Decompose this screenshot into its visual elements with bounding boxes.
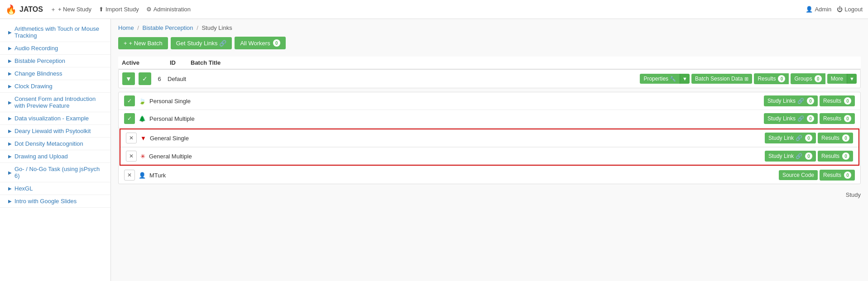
all-workers-badge: 0 xyxy=(273,39,280,47)
worker-title-mturk: MTurk xyxy=(149,172,166,179)
study-label-area: Study xyxy=(118,191,861,198)
default-batch-title: Default xyxy=(168,76,186,82)
tree-icon: 🌲 xyxy=(139,115,146,122)
chevron-right-icon: ▶ xyxy=(8,141,12,146)
worker-title-personal-single: Personal Single xyxy=(149,98,191,105)
active-x-mturk[interactable]: ✕ xyxy=(124,170,135,181)
chevron-right-icon: ▶ xyxy=(8,170,12,175)
chevron-right-icon: ▶ xyxy=(8,100,12,105)
toggle-check-button[interactable]: ✓ xyxy=(139,72,151,85)
sidebar-item-datavis[interactable]: ▶ Data visualization - Example xyxy=(0,112,110,125)
sidebar-item-change-blindness[interactable]: ▶ Change Blindness xyxy=(0,67,110,80)
groups-button[interactable]: Groups 0 xyxy=(791,73,825,84)
results-badge-mturk: 0 xyxy=(844,171,851,179)
sidebar-item-intro-google[interactable]: ▶ Intro with Google Slides xyxy=(0,195,110,208)
get-study-links-button[interactable]: Get Study Links 🔗 xyxy=(171,37,232,49)
results-mturk[interactable]: Results 0 xyxy=(820,170,855,181)
flame-icon: 🔥 xyxy=(5,4,17,15)
link-icon: 🔗 xyxy=(797,98,804,104)
active-x-general-multiple[interactable]: ✕ xyxy=(126,151,137,162)
administration-link[interactable]: ⚙ Administration xyxy=(146,6,191,13)
toolbar: + + New Batch Get Study Links 🔗 All Work… xyxy=(118,37,861,49)
default-batch-right: Properties 🔧 ▼ Batch Session Data ⊞ Resu… xyxy=(640,73,857,84)
results-personal-multiple[interactable]: Results 0 xyxy=(820,113,855,124)
results-badge-personal-single: 0 xyxy=(844,97,851,105)
sidebar-item-consent[interactable]: ▶ Consent Form and Introduction with Pre… xyxy=(0,93,110,112)
results-personal-single[interactable]: Results 0 xyxy=(820,95,855,106)
default-batch-left: ▼ ✓ 6 Default xyxy=(122,72,186,85)
sidebar-item-clock-drawing[interactable]: ▶ Clock Drawing xyxy=(0,80,110,93)
plus-icon: + xyxy=(124,40,127,47)
import-study-link[interactable]: ⬆ Import Study xyxy=(99,6,139,13)
more-button[interactable]: More xyxy=(827,74,847,84)
study-label: Study xyxy=(846,191,861,198)
results-general-single[interactable]: Results 0 xyxy=(818,133,853,143)
upload-icon: ⬆ xyxy=(99,6,104,13)
main-layout: ▶ Arithmetics with Touch or Mouse Tracki… xyxy=(0,19,868,281)
sidebar-item-drawing[interactable]: ▶ Drawing and Upload xyxy=(0,150,110,163)
default-batch-row: ▼ ✓ 6 Default Properties 🔧 ▼ Batch Sessi… xyxy=(118,69,861,88)
breadcrumb: Home / Bistable Perception / Study Links xyxy=(118,24,861,31)
active-check-personal-single[interactable]: ✓ xyxy=(124,95,135,106)
study-link-general-multiple[interactable]: Study Link 🔗 0 xyxy=(765,151,816,162)
workers-section: ✓ 🍃 Personal Single Study Links 🔗 0 Resu… xyxy=(118,92,861,184)
more-caret-button[interactable]: ▼ xyxy=(847,74,857,84)
sidebar-item-dot-density[interactable]: ▶ Dot Density Metacognition xyxy=(0,138,110,150)
new-study-link[interactable]: ＋ + New Study xyxy=(50,5,91,14)
active-check-personal-multiple[interactable]: ✓ xyxy=(124,113,135,124)
worker-row-general-multiple: ✕ ✳ General Multiple Study Link 🔗 0 Resu… xyxy=(120,147,858,165)
chevron-right-icon: ▶ xyxy=(8,58,12,63)
logout-link[interactable]: ⏻ Logout xyxy=(837,6,863,13)
breadcrumb-study[interactable]: Bistable Perception xyxy=(143,24,193,31)
more-split-btn: More ▼ xyxy=(827,74,857,84)
link-icon: 🔗 xyxy=(219,40,226,47)
admin-user-link[interactable]: 👤 Admin xyxy=(806,6,831,13)
new-batch-button[interactable]: + + New Batch xyxy=(118,37,168,49)
groups-badge: 0 xyxy=(815,75,822,82)
brand[interactable]: 🔥 JATOS xyxy=(5,4,43,15)
sidebar-item-bistable[interactable]: ▶ Bistable Perception xyxy=(0,55,110,67)
active-x-general-single[interactable]: ✕ xyxy=(126,133,137,143)
chevron-right-icon: ▶ xyxy=(8,199,12,204)
all-workers-button[interactable]: All Workers 0 xyxy=(235,37,285,49)
sidebar-item-audio[interactable]: ▶ Audio Recording xyxy=(0,42,110,55)
worker-row-personal-multiple: ✓ 🌲 Personal Multiple Study Links 🔗 0 Re… xyxy=(119,110,860,128)
sidebar-item-arithmetics[interactable]: ▶ Arithmetics with Touch or Mouse Tracki… xyxy=(0,23,110,42)
link-icon: 🔗 xyxy=(797,115,804,122)
study-links-personal-single[interactable]: Study Links 🔗 0 xyxy=(764,95,818,106)
filter-icon: ▼ xyxy=(140,135,146,142)
chevron-right-icon: ▶ xyxy=(8,71,12,76)
source-code-mturk[interactable]: Source Code xyxy=(779,170,818,180)
worker-right-personal-multiple: Study Links 🔗 0 Results 0 xyxy=(764,113,855,124)
results-badge-personal-multiple: 0 xyxy=(844,115,851,122)
results-general-multiple[interactable]: Results 0 xyxy=(818,151,853,162)
sidebar-item-hexgl[interactable]: ▶ HexGL xyxy=(0,182,110,195)
study-link-general-single[interactable]: Study Link 🔗 0 xyxy=(765,133,816,143)
leaf-icon: 🍃 xyxy=(139,98,146,105)
brand-label: JATOS xyxy=(19,5,43,14)
worker-title-general-multiple: General Multiple xyxy=(149,153,192,160)
properties-button[interactable]: Properties 🔧 xyxy=(640,74,680,84)
breadcrumb-home[interactable]: Home xyxy=(118,24,134,31)
plus-icon: ＋ xyxy=(50,5,56,14)
wrench-icon: 🔧 xyxy=(670,76,676,82)
default-batch-id: 6 xyxy=(155,76,164,82)
table-header: Active ID Batch Title xyxy=(118,57,861,69)
worker-right-general-multiple: Study Link 🔗 0 Results 0 xyxy=(765,151,853,162)
sidebar-item-deary[interactable]: ▶ Deary Liewald with Psytoolkit xyxy=(0,125,110,138)
worker-right-general-single: Study Link 🔗 0 Results 0 xyxy=(765,133,853,143)
sidebar: ▶ Arithmetics with Touch or Mouse Tracki… xyxy=(0,19,111,281)
chevron-right-icon: ▶ xyxy=(8,154,12,159)
header-active: Active xyxy=(122,59,163,66)
sidebar-item-gonogo[interactable]: ▶ Go- / No-Go Task (using jsPsych 6) xyxy=(0,163,110,182)
chevron-right-icon: ▶ xyxy=(8,30,12,35)
results-button[interactable]: Results 0 xyxy=(754,73,789,84)
study-links-personal-multiple[interactable]: Study Links 🔗 0 xyxy=(764,113,818,124)
header-batch-title: Batch Title xyxy=(191,59,857,66)
chevron-right-icon: ▶ xyxy=(8,84,12,89)
link-icon: 🔗 xyxy=(796,135,802,141)
batch-session-data-button[interactable]: Batch Session Data ⊞ xyxy=(691,74,752,84)
results-badge: 0 xyxy=(778,75,785,82)
toggle-down-button[interactable]: ▼ xyxy=(122,72,135,85)
properties-caret-button[interactable]: ▼ xyxy=(680,74,690,84)
